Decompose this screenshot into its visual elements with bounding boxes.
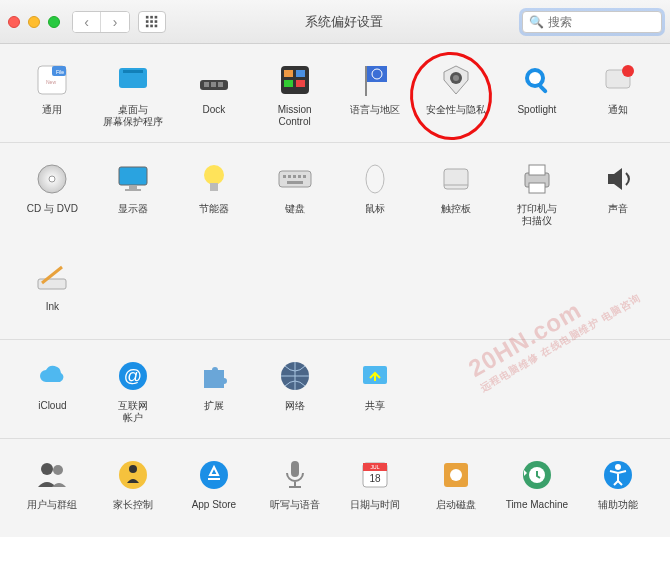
svg-point-35 [49,176,55,182]
row-hardware-2: Ink [0,241,670,339]
svg-rect-20 [284,70,293,77]
close-button[interactable] [8,16,20,28]
svg-text:JUL: JUL [371,464,380,470]
keyboard-pref[interactable]: 键盘 [254,155,335,235]
dock-pref[interactable]: Dock [174,56,255,136]
svg-rect-4 [150,20,153,23]
svg-rect-45 [298,175,301,178]
spotlight-icon [517,60,557,100]
svg-rect-46 [303,175,306,178]
label: 网络 [285,400,305,422]
search-input[interactable] [548,15,670,29]
window-title: 系统偏好设置 [166,13,522,31]
speaker-icon [598,159,638,199]
accessibility-icon [598,455,638,495]
svg-text:File: File [56,69,64,75]
search-field-wrap[interactable]: 🔍 ✕ [522,11,662,33]
security-icon [436,60,476,100]
cddvd-pref[interactable]: CD 与 DVD [12,155,93,235]
microphone-icon [275,455,315,495]
label: CD 与 DVD [27,203,78,225]
label: 语言与地区 [350,104,400,126]
svg-rect-38 [125,189,141,191]
label: 听写与语音 [270,499,320,521]
label: App Store [192,499,236,521]
sharing-pref[interactable]: 共享 [335,352,416,432]
spotlight-pref[interactable]: Spotlight [497,56,578,136]
internet-accounts-pref[interactable]: @ 互联网帐户 [93,352,174,432]
svg-rect-1 [150,15,153,18]
dictation-pref[interactable]: 听写与语音 [254,451,335,531]
at-icon: @ [113,356,153,396]
cloud-icon [32,356,72,396]
label: 显示器 [118,203,148,225]
appstore-pref[interactable]: App Store [174,451,255,531]
svg-rect-7 [150,24,153,27]
label: MissionControl [278,104,312,128]
svg-text:@: @ [124,366,142,386]
label: Time Machine [506,499,568,521]
show-all-button[interactable] [138,11,166,33]
appstore-icon [194,455,234,495]
svg-rect-52 [529,165,545,175]
ink-pref[interactable]: Ink [12,253,93,333]
network-pref[interactable]: 网络 [254,352,335,432]
startup-disk-icon [436,455,476,495]
label: 用户与群组 [27,499,77,521]
printers-pref[interactable]: 打印机与扫描仪 [497,155,578,235]
energy-saver-pref[interactable]: 节能器 [174,155,255,235]
parental-controls-pref[interactable]: 家长控制 [93,451,174,531]
notifications-pref[interactable]: 通知 [577,56,658,136]
svg-rect-6 [146,24,149,27]
svg-rect-31 [538,84,548,94]
label: 声音 [608,203,628,225]
svg-point-59 [41,463,53,475]
mission-control-icon [275,60,315,100]
svg-text:18: 18 [370,473,382,484]
label: 鼠标 [365,203,385,225]
label: 通知 [608,104,628,126]
disc-icon [32,159,72,199]
svg-point-62 [129,465,137,473]
label: 桌面与屏幕保护程序 [103,104,163,128]
desktop-pref[interactable]: 桌面与屏幕保护程序 [93,56,174,136]
svg-rect-5 [155,20,158,23]
svg-point-28 [453,75,459,81]
svg-rect-40 [210,183,218,191]
icloud-pref[interactable]: iCloud [12,352,93,432]
extensions-pref[interactable]: 扩展 [174,352,255,432]
label: 触控板 [441,203,471,225]
security-privacy-pref[interactable]: 安全性与隐私 [416,56,497,136]
titlebar: ‹ › 系统偏好设置 🔍 ✕ [0,0,670,44]
svg-rect-21 [296,70,305,77]
forward-button[interactable]: › [101,12,129,32]
label: Spotlight [517,104,556,126]
sound-pref[interactable]: 声音 [577,155,658,235]
back-button[interactable]: ‹ [73,12,101,32]
trackpad-pref[interactable]: 触控板 [416,155,497,235]
prefs-pane: FileNew 通用 桌面与屏幕保护程序 Dock MissionControl… [0,44,670,537]
svg-rect-18 [218,82,223,87]
mouse-pref[interactable]: 鼠标 [335,155,416,235]
mission-control-pref[interactable]: MissionControl [254,56,335,136]
svg-rect-42 [283,175,286,178]
accessibility-pref[interactable]: 辅助功能 [577,451,658,531]
datetime-pref[interactable]: JUL18 日期与时间 [335,451,416,531]
svg-rect-64 [291,461,299,477]
startup-disk-pref[interactable]: 启动磁盘 [416,451,497,531]
svg-rect-16 [204,82,209,87]
notifications-icon [598,60,638,100]
row-internet: iCloud @ 互联网帐户 扩展 网络 共享 [0,339,670,438]
language-region-pref[interactable]: 语言与地区 [335,56,416,136]
label: 通用 [42,104,62,126]
svg-rect-54 [38,279,66,289]
label: 共享 [365,400,385,422]
users-groups-pref[interactable]: 用户与群组 [12,451,93,531]
minimize-button[interactable] [28,16,40,28]
general-pref[interactable]: FileNew 通用 [12,56,93,136]
svg-point-48 [366,165,384,193]
zoom-button[interactable] [48,16,60,28]
label: 家长控制 [113,499,153,521]
timemachine-pref[interactable]: Time Machine [497,451,578,531]
displays-pref[interactable]: 显示器 [93,155,174,235]
